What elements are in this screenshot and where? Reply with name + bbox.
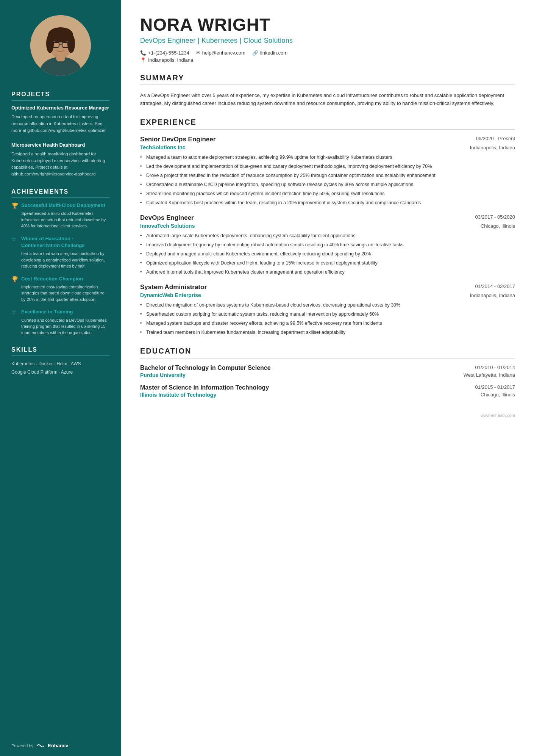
avatar (30, 15, 91, 76)
job-2-bullets: Automated large-scale Kubernetes deploym… (140, 232, 515, 276)
skills-title: SKILLS (11, 346, 110, 356)
star-icon-2: ☆ (11, 309, 18, 336)
enhancv-logo-icon (36, 743, 45, 748)
achievement-item-4: ☆ Excellence in Training Curated and con… (11, 308, 110, 336)
job-2-header: DevOps Engineer 03/2017 - 05/2020 (140, 214, 515, 222)
candidate-tagline: DevOps Engineer | Kubernetes | Cloud Sol… (140, 37, 515, 45)
edu-1-institution: Purdue University (140, 372, 186, 378)
job-2-bullet-4: Optimized application lifecycle with Doc… (140, 259, 515, 267)
job-1-dates: 06/2020 - Present (476, 136, 515, 141)
project-title-1: Optimized Kubernetes Resource Manager (11, 105, 110, 111)
job-3-bullets: Directed the migration of on-premises sy… (140, 301, 515, 336)
project-desc-2: Designed a health monitoring dashboard f… (11, 151, 110, 178)
sidebar-content: PROJECTS Optimized Kubernetes Resource M… (0, 87, 121, 398)
location-text: Indianapolis, Indiana (148, 57, 193, 63)
achievement-item-2: ☆ Winner of Hackathon - Containerization… (11, 235, 110, 269)
achievement-body-1: Successful Multi-Cloud Deployment Spearh… (21, 202, 110, 229)
achievement-desc-4: Curated and conducted a DevOps Kubernete… (21, 317, 110, 336)
contact-phone: 📞 +1-(234)-555-1234 (140, 50, 189, 56)
candidate-name: NORA WRIGHT (140, 15, 515, 34)
project-desc-1: Developed an open-source tool for improv… (11, 114, 110, 134)
enhancv-brand: Enhancv (48, 743, 68, 748)
job-2-bullet-3: Deployed and managed a multi-cloud Kuber… (140, 250, 515, 258)
contact-row: 📞 +1-(234)-555-1234 ✉ help@enhancv.com 🔗… (140, 50, 515, 56)
project-item-1: Optimized Kubernetes Resource Manager De… (11, 105, 110, 134)
job-3-company-row: DynamicWeb Enterprise Indianapolis, Indi… (140, 292, 515, 298)
footer-url: www.enhancv.com (481, 413, 515, 418)
project-title-2: Microservice Health Dashboard (11, 142, 110, 149)
job-1-bullet-1: Managed a team to automate deployment st… (140, 153, 515, 161)
job-2-company-row: InnovaTech Solutions Chicago, Illinois (140, 223, 515, 229)
job-3: System Administrator 01/2014 - 02/2017 D… (140, 283, 515, 336)
email-text: help@enhancv.com (202, 50, 245, 56)
job-3-location: Indianapolis, Indiana (470, 293, 515, 298)
contact-linkedin: 🔗 linkedin.com (252, 50, 287, 56)
job-2-company: InnovaTech Solutions (140, 223, 195, 229)
job-2: DevOps Engineer 03/2017 - 05/2020 Innova… (140, 214, 515, 276)
edu-2-degree: Master of Science in Information Technol… (140, 384, 269, 391)
edu-1-header: Bachelor of Technology in Computer Scien… (140, 365, 515, 371)
linkedin-icon: 🔗 (252, 50, 258, 56)
job-3-bullet-4: Trained team members in Kubernetes funda… (140, 329, 515, 336)
contact-email: ✉ help@enhancv.com (196, 50, 245, 56)
job-1-company-row: TechSolutions Inc Indianapolis, Indiana (140, 144, 515, 150)
job-1-company: TechSolutions Inc (140, 144, 186, 150)
job-1-bullet-6: Cultivated Kubernetes best practices wit… (140, 199, 515, 207)
job-1-title: Senior DevOps Engineer (140, 136, 215, 143)
edu-2-header: Master of Science in Information Technol… (140, 384, 515, 391)
skills-line-2: Google Cloud Platform · Azure (11, 368, 110, 377)
project-item-2: Microservice Health Dashboard Designed a… (11, 142, 110, 178)
projects-title: PROJECTS (11, 91, 110, 101)
experience-title: EXPERIENCE (140, 118, 515, 130)
job-3-dates: 01/2014 - 02/2017 (475, 283, 515, 289)
job-3-bullet-2: Spearheaded custom scripting for automat… (140, 310, 515, 318)
job-2-bullet-2: Improved deployment frequency by impleme… (140, 241, 515, 249)
job-1-bullets: Managed a team to automate deployment st… (140, 153, 515, 207)
skills-line-1: Kubernetes · Docker · Helm · AWS · (11, 360, 110, 368)
achievement-body-3: Cost Reduction Champion Implemented cost… (21, 275, 110, 303)
achievement-desc-3: Implemented cost-saving containerization… (21, 284, 110, 303)
job-2-bullet-5: Authored internal tools that improved Ku… (140, 268, 515, 276)
edu-1: Bachelor of Technology in Computer Scien… (140, 365, 515, 378)
job-2-title: DevOps Engineer (140, 214, 194, 222)
achievements-section: ACHIEVEMENTS 🏆 Successful Multi-Cloud De… (11, 188, 110, 336)
job-2-dates: 03/2017 - 05/2020 (475, 214, 515, 220)
sidebar: PROJECTS Optimized Kubernetes Resource M… (0, 0, 121, 756)
location-icon: 📍 (140, 57, 146, 63)
job-1-bullet-2: Led the development and implementation o… (140, 163, 515, 170)
powered-by-label: Powered by (11, 743, 33, 748)
job-3-header: System Administrator 01/2014 - 02/2017 (140, 283, 515, 291)
achievement-title-4: Excellence in Training (21, 308, 110, 315)
job-3-bullet-3: Managed system backups and disaster reco… (140, 319, 515, 327)
photo-area (0, 0, 121, 87)
phone-text: +1-(234)-555-1234 (148, 50, 189, 56)
edu-2-dates: 01/2015 - 01/2017 (475, 384, 515, 390)
edu-2-location: Chicago, Illinois (481, 392, 515, 398)
job-2-bullet-1: Automated large-scale Kubernetes deploym… (140, 232, 515, 239)
trophy-icon-1: 🏆 (11, 202, 18, 229)
achievement-desc-1: Spearheaded a multi-cloud Kubernetes inf… (21, 210, 110, 229)
resume-header: NORA WRIGHT DevOps Engineer | Kubernetes… (140, 15, 515, 63)
job-1-bullet-4: Orchestrated a sustainable CI/CD pipelin… (140, 181, 515, 188)
email-icon: ✉ (196, 50, 200, 56)
job-1-location: Indianapolis, Indiana (470, 145, 515, 150)
summary-text: As a DevOps Engineer with over 5 years o… (140, 91, 515, 108)
edu-1-degree: Bachelor of Technology in Computer Scien… (140, 365, 271, 371)
achievement-body-2: Winner of Hackathon - Containerization C… (21, 235, 110, 269)
job-1: Senior DevOps Engineer 06/2020 - Present… (140, 136, 515, 207)
phone-icon: 📞 (140, 50, 146, 56)
job-1-bullet-5: Streamlined monitoring practices which r… (140, 190, 515, 197)
edu-1-institution-row: Purdue University West Lafayette, Indian… (140, 372, 515, 378)
edu-2-institution-row: Illinois Institute of Technology Chicago… (140, 392, 515, 398)
projects-section: PROJECTS Optimized Kubernetes Resource M… (11, 91, 110, 178)
edu-1-location: West Lafayette, Indiana (464, 372, 515, 378)
location-row: 📍 Indianapolis, Indiana (140, 57, 515, 63)
achievement-item-3: 🏆 Cost Reduction Champion Implemented co… (11, 275, 110, 303)
job-3-title: System Administrator (140, 283, 207, 291)
edu-1-dates: 01/2010 - 01/2014 (475, 365, 515, 370)
edu-2: Master of Science in Information Technol… (140, 384, 515, 398)
edu-2-institution: Illinois Institute of Technology (140, 392, 216, 398)
achievement-item-1: 🏆 Successful Multi-Cloud Deployment Spea… (11, 202, 110, 229)
achievement-title-1: Successful Multi-Cloud Deployment (21, 202, 110, 209)
job-3-company: DynamicWeb Enterprise (140, 292, 201, 298)
